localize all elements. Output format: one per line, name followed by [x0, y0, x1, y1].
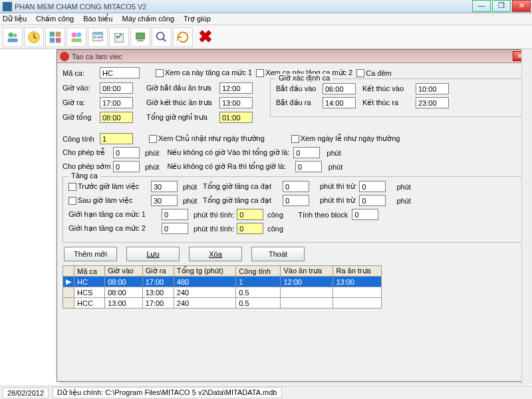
minimize-button[interactable]: — — [472, 0, 491, 12]
col-cong-tinh[interactable]: Công tính — [236, 266, 281, 277]
table-cell[interactable] — [333, 287, 382, 298]
checkbox-truoc[interactable] — [68, 183, 76, 191]
status-path: Dữ liệu chính: C:\Program Files\MITACO 5… — [53, 387, 281, 398]
button-them-moi[interactable]: Thêm mới — [64, 247, 117, 261]
menu-du-lieu[interactable]: Dữ liệu — [3, 15, 27, 23]
table-cell[interactable]: 1 — [236, 277, 281, 287]
toolbar-btn-4[interactable] — [66, 27, 86, 47]
col-vao-an[interactable]: Vào ăn trưa — [281, 266, 333, 277]
table-cell[interactable]: HCC — [74, 298, 105, 309]
input-tru2[interactable] — [359, 195, 386, 206]
window-title: PHAN MEM CHAM CONG MITACO5 V2 — [15, 3, 146, 11]
table-cell[interactable]: 17:00 — [142, 277, 174, 287]
table-cell[interactable]: 0.5 — [236, 287, 281, 298]
input-tong-dat1[interactable] — [283, 181, 309, 192]
toolbar-btn-2[interactable] — [24, 27, 44, 47]
table-cell[interactable]: HC — [74, 277, 105, 287]
input-gio-tong[interactable] — [100, 112, 133, 123]
checkbox-sau[interactable] — [68, 197, 76, 205]
checkbox-ngay-le[interactable] — [291, 135, 299, 143]
table-cell[interactable]: 17:00 — [142, 298, 174, 309]
label-gio-tong: Giờ tổng — [63, 113, 100, 122]
input-gio-vao[interactable] — [100, 82, 133, 94]
menu-bao-bieu[interactable]: Báo biểu — [83, 15, 112, 23]
table-cell[interactable] — [333, 298, 382, 309]
input-tong-nghi[interactable] — [219, 112, 253, 123]
input-gio-ra[interactable] — [100, 97, 133, 108]
input-cho-phep-som[interactable] — [113, 161, 140, 172]
toolbar-btn-8[interactable] — [152, 27, 172, 47]
label-ma-ca: Mã ca: — [63, 69, 100, 77]
toolbar-btn-6[interactable] — [109, 27, 129, 47]
table-row[interactable]: ▶HC08:0017:00480112:0013:00 — [63, 277, 382, 287]
input-khong-ra[interactable] — [295, 161, 322, 172]
input-gh1[interactable] — [162, 209, 188, 220]
checkbox-chu-nhat[interactable] — [149, 135, 157, 143]
table-cell[interactable] — [281, 287, 333, 298]
table-row[interactable]: HCS08:0013:002400.5 — [63, 287, 382, 298]
col-ra-an[interactable]: Ra ăn trưa — [333, 266, 382, 277]
toolbar-btn-5[interactable] — [88, 27, 108, 47]
input-kt-an[interactable] — [219, 97, 253, 108]
dialog-title: Tao ca lam viec — [72, 53, 122, 61]
toolbar-btn-7[interactable] — [130, 27, 150, 47]
label-phut4: phút — [329, 163, 342, 171]
table-cell[interactable]: HCS — [74, 287, 105, 298]
toolbar-close-icon[interactable]: ✖ — [198, 27, 213, 47]
toolbar-btn-3[interactable] — [45, 27, 65, 47]
table-cell[interactable]: 13:00 — [105, 298, 143, 309]
input-sau[interactable] — [151, 195, 178, 206]
input-kt-vao[interactable] — [416, 83, 449, 94]
row-pointer: ▶ — [63, 277, 74, 287]
input-truoc[interactable] — [151, 181, 178, 192]
toolbar-btn-9[interactable] — [173, 27, 193, 47]
table-cell[interactable]: 0.5 — [236, 298, 281, 309]
input-ma-ca[interactable] — [100, 67, 140, 78]
table-cell[interactable]: 13:00 — [142, 287, 174, 298]
svg-rect-14 — [98, 37, 102, 38]
toolbar-btn-1[interactable] — [3, 27, 23, 47]
menu-may-cham-cong[interactable]: Máy chấm công — [122, 15, 174, 23]
input-bd-an[interactable] — [219, 82, 253, 94]
input-bd-vao[interactable] — [323, 83, 356, 94]
shift-table[interactable]: Mã ca Giờ vào Giờ ra Tổng tg (phút) Công… — [63, 265, 382, 309]
table-cell[interactable]: 12:00 — [281, 277, 333, 287]
table-cell[interactable]: 480 — [174, 277, 235, 287]
button-luu[interactable]: Lưu — [126, 247, 180, 261]
table-cell[interactable]: 08:00 — [105, 277, 143, 287]
col-gio-vao[interactable]: Giờ vào — [105, 266, 143, 277]
col-gio-ra[interactable]: Giờ ra — [142, 266, 174, 277]
button-xoa[interactable]: Xóa — [189, 247, 242, 261]
checkbox-tang-ca-1[interactable] — [156, 69, 164, 77]
maximize-button[interactable]: ❐ — [492, 0, 511, 12]
input-tong-dat2[interactable] — [283, 195, 309, 206]
col-tong-tg[interactable]: Tổng tg (phút) — [174, 266, 235, 277]
scrollbar[interactable] — [521, 49, 532, 384]
menu-cham-cong[interactable]: Chấm công — [36, 15, 74, 23]
table-cell[interactable]: 240 — [174, 287, 235, 298]
input-bd-ra[interactable] — [323, 97, 356, 108]
label-khong-ra: Nếu không có giờ Ra thì tổng giờ là: — [167, 162, 285, 171]
menu-tro-giup[interactable]: Trợ giúp — [184, 15, 211, 23]
input-block[interactable] — [352, 209, 378, 220]
input-tru1[interactable] — [359, 181, 386, 192]
table-cell[interactable] — [281, 298, 333, 309]
table-row[interactable]: HCC13:0017:002400.5 — [63, 298, 382, 309]
shift-dialog: Tao ca lam viec ✕ Mã ca: Xem ca này tăng… — [57, 49, 529, 382]
input-tinh2[interactable] — [237, 223, 263, 234]
table-cell[interactable]: 13:00 — [333, 277, 382, 287]
close-button[interactable]: ✕ — [512, 0, 531, 12]
table-cell[interactable]: 08:00 — [105, 287, 143, 298]
input-tinh1[interactable] — [237, 209, 263, 220]
button-thoat[interactable]: Thoát — [251, 247, 305, 261]
label-bd-an: Giờ bắt đầu ăn trưa — [146, 84, 219, 92]
col-ma-ca[interactable]: Mã ca — [74, 266, 105, 277]
input-gh2[interactable] — [162, 223, 188, 234]
checkbox-tang-ca-2[interactable] — [256, 69, 264, 77]
table-cell[interactable]: 240 — [174, 298, 235, 309]
input-cong-tinh[interactable] — [100, 133, 133, 144]
input-cho-phep-tre[interactable] — [113, 147, 140, 158]
input-khong-vao[interactable] — [293, 147, 320, 158]
input-kt-ra[interactable] — [416, 97, 449, 108]
checkbox-ca-dem[interactable] — [356, 69, 364, 77]
